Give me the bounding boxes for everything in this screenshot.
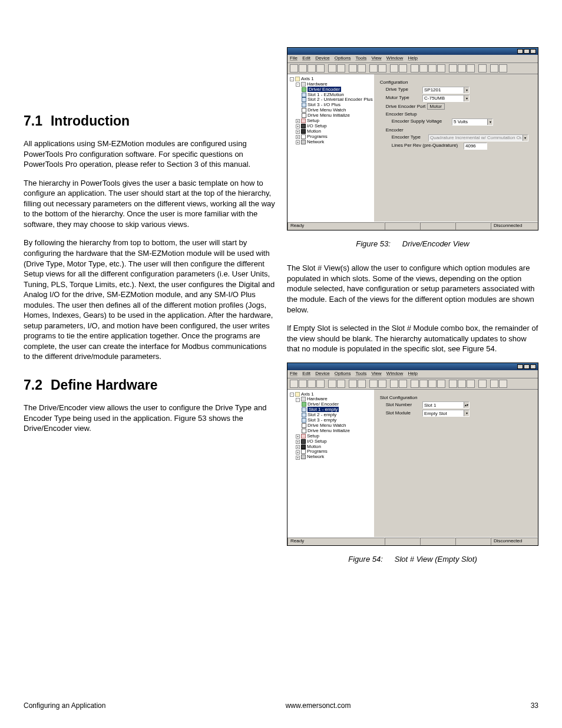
toolbar-button[interactable] [308, 380, 316, 388]
slot-number-spinner[interactable]: ▴▾ [422, 401, 470, 409]
toolbar-button[interactable] [337, 380, 345, 388]
tree-item-slot3[interactable]: Slot 3 - I/O Plus [308, 102, 340, 107]
menu-tools[interactable]: Tools [356, 55, 367, 61]
toolbar-button[interactable] [349, 380, 357, 388]
tree-expand-icon[interactable]: + [296, 130, 300, 134]
menu-file[interactable]: File [290, 55, 297, 61]
tree-collapse-icon[interactable]: - [290, 393, 294, 397]
hierarchy-tree[interactable]: -Axis 1 -Hardware Drive/ Encoder Slot 1 … [287, 390, 375, 537]
encoder-supply-value[interactable] [452, 119, 487, 125]
minimize-button[interactable]: _ [517, 364, 523, 369]
tree-expand-icon[interactable]: + [296, 440, 300, 444]
motor-type-combo[interactable]: ▾ [422, 95, 470, 102]
toolbar-button[interactable] [399, 64, 407, 73]
tree-expand-icon[interactable]: + [296, 434, 300, 439]
menu-window[interactable]: Window [386, 371, 403, 376]
tree-collapse-icon[interactable]: - [296, 83, 300, 87]
toolbar-button[interactable] [458, 380, 466, 388]
dropdown-icon[interactable]: ▾ [487, 119, 492, 125]
toolbar-button[interactable] [390, 64, 398, 73]
tree-item-programs[interactable]: Programs [307, 449, 328, 454]
toolbar-button[interactable] [349, 64, 357, 73]
toolbar-button[interactable] [458, 64, 466, 73]
maximize-button[interactable]: ▢ [524, 364, 530, 369]
toolbar-button[interactable] [399, 380, 407, 388]
toolbar-button[interactable] [411, 64, 419, 73]
toolbar-button[interactable] [316, 380, 325, 388]
tree-item-dmi[interactable]: Drive Menu Initialize [308, 428, 350, 433]
toolbar-button[interactable] [437, 380, 445, 388]
tree-expand-icon[interactable]: + [296, 135, 300, 139]
toolbar-button[interactable] [378, 380, 386, 388]
toolbar-button[interactable] [490, 380, 498, 388]
tree-item-network[interactable]: Network [307, 454, 324, 460]
menu-options[interactable]: Options [335, 55, 351, 61]
tree-expand-icon[interactable]: + [296, 445, 300, 449]
tree-expand-icon[interactable]: + [296, 450, 300, 454]
toolbar-button[interactable] [467, 64, 475, 73]
tree-item-slot2[interactable]: Slot 2 - empty [308, 412, 336, 417]
toolbar-button[interactable] [369, 380, 378, 388]
menu-help[interactable]: Help [408, 55, 418, 61]
menu-device[interactable]: Device [315, 371, 329, 376]
menu-window[interactable]: Window [386, 55, 403, 61]
motor-tab[interactable]: Motor [427, 103, 445, 110]
tree-item-slot1[interactable]: Slot 1 - empty [308, 407, 339, 412]
tree-item-motion[interactable]: Motion [307, 444, 321, 449]
menu-edit[interactable]: Edit [302, 371, 310, 376]
toolbar-button[interactable] [428, 380, 437, 388]
toolbar-button[interactable] [478, 64, 487, 73]
encoder-supply-combo[interactable]: ▾ [452, 118, 493, 126]
tree-item-drive-encoder[interactable]: Drive/ Encoder [308, 401, 339, 407]
menu-view[interactable]: View [371, 371, 381, 376]
dropdown-icon[interactable]: ▾ [464, 87, 469, 93]
tree-item-programs[interactable]: Programs [307, 134, 328, 139]
tree-item-dmi[interactable]: Drive Menu Initialize [308, 113, 350, 118]
tree-item-io[interactable]: I/O Setup [307, 439, 327, 444]
slot-module-value[interactable] [423, 410, 464, 416]
toolbar-button[interactable] [478, 380, 487, 388]
hierarchy-tree[interactable]: -Axis 1 -Hardware Drive/ Encoder Slot 1 … [287, 74, 375, 222]
close-button[interactable]: × [530, 49, 536, 54]
toolbar-button[interactable] [390, 380, 398, 388]
toolbar-button[interactable] [358, 380, 366, 388]
tree-item-hardware[interactable]: Hardware [307, 81, 328, 87]
toolbar-button[interactable] [449, 64, 457, 73]
menu-view[interactable]: View [371, 55, 381, 61]
tree-item-slot1[interactable]: Slot 1 - EZMotion [308, 92, 344, 97]
tree-item-setup[interactable]: Setup [307, 433, 319, 439]
toolbar-button[interactable] [337, 64, 345, 73]
tree-item-axis[interactable]: Axis 1 [301, 76, 314, 81]
toolbar-button[interactable] [449, 380, 457, 388]
tree-item-network[interactable]: Network [307, 139, 324, 144]
lines-per-rev-value[interactable] [464, 143, 487, 149]
tree-item-axis[interactable]: Axis 1 [301, 391, 314, 397]
dropdown-icon[interactable]: ▾ [464, 410, 469, 416]
toolbar-button[interactable] [308, 64, 316, 73]
tree-expand-icon[interactable]: + [296, 124, 300, 129]
toolbar-button[interactable] [299, 380, 307, 388]
tree-expand-icon[interactable]: + [296, 140, 300, 144]
tree-collapse-icon[interactable]: - [290, 77, 294, 81]
tree-item-io[interactable]: I/O Setup [307, 123, 327, 129]
close-button[interactable]: × [530, 364, 536, 369]
tree-item-motion[interactable]: Motion [307, 129, 321, 134]
dropdown-icon[interactable]: ▾ [523, 135, 528, 141]
tree-item-dmw[interactable]: Drive Menu Watch [308, 423, 346, 428]
minimize-button[interactable]: _ [517, 49, 523, 54]
slot-number-value[interactable] [423, 402, 464, 408]
tree-item-setup[interactable]: Setup [307, 118, 319, 123]
toolbar-button[interactable] [369, 64, 378, 73]
menu-help[interactable]: Help [408, 371, 418, 376]
tree-item-drive-encoder[interactable]: Drive/ Encoder [308, 87, 341, 92]
encoder-type-combo[interactable]: ▾ [428, 134, 528, 141]
toolbar-button[interactable] [316, 64, 325, 73]
drive-type-combo[interactable]: ▾ [422, 87, 470, 94]
spinner-icon[interactable]: ▴▾ [464, 402, 469, 408]
tree-item-slot3[interactable]: Slot 3 - empty [308, 417, 336, 423]
toolbar-button[interactable] [419, 380, 428, 388]
menu-tools[interactable]: Tools [356, 371, 367, 376]
toolbar-button[interactable] [378, 64, 386, 73]
toolbar-button[interactable] [290, 64, 298, 73]
menu-device[interactable]: Device [315, 55, 329, 61]
